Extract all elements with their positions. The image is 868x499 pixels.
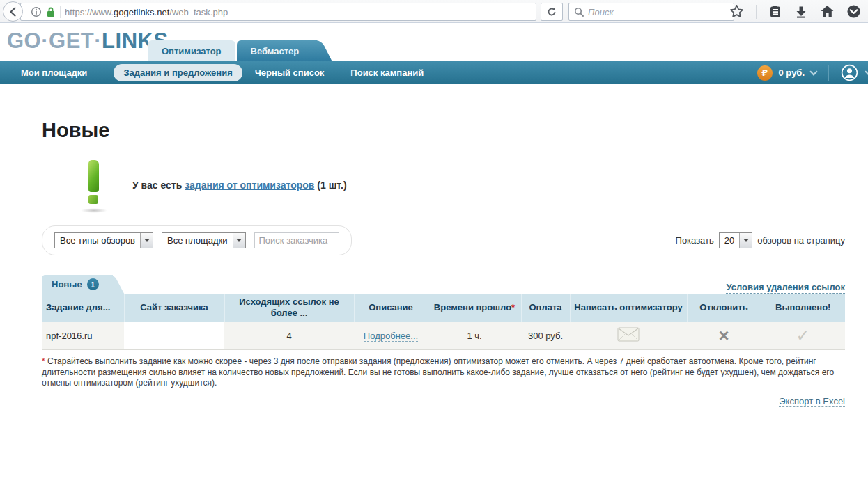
browser-toolbar: https://www.gogetlinks.net/web_task.php (0, 0, 868, 23)
nav-right: ₽ 0 руб. (757, 61, 868, 84)
col-time-passed: Времени прошло* (428, 294, 521, 322)
col-reject: Отклонить (687, 294, 761, 322)
browser-search[interactable] (568, 3, 734, 21)
nav-campaign-search[interactable]: Поиск кампаний (350, 68, 424, 78)
per-page-label-after: обзоров на страницу (757, 235, 845, 246)
https-lock-icon[interactable] (46, 6, 56, 17)
select-arrow-icon[interactable] (233, 233, 245, 248)
url-bar[interactable]: https://www.gogetlinks.net/web_task.php (20, 3, 536, 21)
col-max-links: Исходящих ссылок не более ... (224, 294, 354, 322)
bookmark-star-icon[interactable] (729, 4, 744, 19)
page-title: Новые (42, 119, 845, 142)
nav-tasks-offers[interactable]: Задания и предложения (114, 64, 242, 81)
col-task-for: Задание для... (42, 294, 124, 322)
export-excel-link[interactable]: Экспорт в Excel (779, 396, 845, 407)
footnote-asterisk-marker: * (511, 302, 515, 312)
tab-optimizer[interactable]: Оптимизатор (148, 40, 235, 61)
ruble-icon: ₽ (757, 65, 773, 81)
user-chevron-icon[interactable] (865, 68, 868, 75)
col-description: Описание (354, 294, 428, 322)
col-write-optimizer: Написать оптимизатору (570, 294, 687, 322)
per-page-select[interactable]: 20 (719, 232, 752, 248)
platform-select[interactable]: Все площадки (162, 232, 245, 248)
task-for-cell: npf-2016.ru (42, 322, 124, 350)
notice-suffix: (1 шт.) (314, 180, 346, 191)
customer-search-input[interactable] (254, 232, 339, 248)
pocket-icon[interactable] (846, 4, 861, 19)
filter-row: Все типы обзоров Все площадки Показать 2… (42, 225, 845, 255)
filters-container: Все типы обзоров Все площадки (42, 225, 352, 255)
nav-blacklist[interactable]: Черный список (255, 68, 325, 78)
table-header: Задание для... Сайт заказчика Исходящих … (42, 294, 845, 322)
link-removal-conditions-link[interactable]: Условия удаления ссылок (726, 282, 845, 294)
customer-site-cell (124, 322, 224, 350)
select-arrow-icon[interactable] (140, 233, 153, 248)
envelope-icon[interactable] (617, 327, 640, 344)
toolbar-separator (756, 5, 757, 19)
per-page-control: Показать 20 обзоров на страницу (676, 232, 845, 248)
downloads-icon[interactable] (794, 5, 808, 19)
user-account-icon[interactable] (841, 64, 858, 81)
browser-search-input[interactable] (588, 7, 729, 17)
url-text: https://www.gogetlinks.net/web_task.php (65, 7, 228, 17)
tasks-notice: У вас есть задания от оптимизаторов (1 ш… (85, 160, 845, 210)
page-info-icon[interactable] (31, 6, 42, 17)
url-separator (60, 6, 61, 18)
per-page-label-before: Показать (676, 235, 714, 246)
col-done: Выполнено! (761, 294, 845, 322)
toolbar-icons (729, 0, 861, 23)
reject-cell: × (687, 322, 761, 350)
new-count-badge: 1 (87, 278, 99, 290)
back-arrow-icon (8, 6, 19, 17)
home-icon[interactable] (820, 4, 835, 19)
payment-cell: 300 руб. (521, 322, 570, 350)
select-arrow-icon[interactable] (739, 233, 752, 248)
reload-icon (546, 6, 557, 17)
footnote: * Старайтесь выполнить задание как можно… (42, 356, 845, 389)
reload-button[interactable] (541, 3, 563, 21)
review-type-value: Все типы обзоров (55, 235, 140, 246)
search-icon (574, 7, 584, 17)
table-header-row: Новые 1 Условия удаления ссылок (42, 275, 845, 294)
write-optimizer-cell (570, 322, 687, 350)
balance-chevron-icon[interactable] (809, 68, 817, 75)
nav-my-sites[interactable]: Мои площадки (21, 68, 87, 78)
tab-new-label: Новые (52, 279, 82, 290)
footnote-text: Старайтесь выполнить задание как можно с… (42, 356, 834, 388)
logo-left: GO·GET· (7, 29, 102, 53)
gogetlinks-logo[interactable]: GO·GET·LINKS (7, 29, 169, 54)
main-nav: Мои площадки Задания и предложения Черны… (0, 61, 868, 84)
back-button[interactable] (3, 1, 23, 22)
col-customer-site: Сайт заказчика (124, 294, 224, 322)
bookmarks-menu-icon[interactable] (768, 5, 782, 19)
tasks-table: Задание для... Сайт заказчика Исходящих … (42, 294, 845, 350)
details-link[interactable]: Подробнее... (364, 331, 418, 342)
description-cell: Подробнее... (354, 322, 428, 350)
per-page-value: 20 (720, 235, 739, 246)
col-time-passed-label: Времени прошло (434, 302, 511, 312)
nav-divider (828, 65, 829, 81)
notice-text: У вас есть задания от оптимизаторов (1 ш… (132, 180, 347, 191)
table-row: npf-2016.ru 4 Подробнее... 1 ч. 300 руб. (42, 322, 845, 350)
max-links-cell: 4 (224, 322, 354, 350)
footnote-asterisk: * (42, 356, 47, 366)
site-header: GO·GET·LINKS Оптимизатор Вебмастер (0, 23, 868, 61)
balance-amount[interactable]: 0 руб. (779, 68, 805, 78)
done-cell: ✓ (761, 322, 845, 350)
tab-new-tasks[interactable]: Новые 1 (42, 275, 113, 294)
notice-prefix: У вас есть (132, 180, 185, 191)
page-content: Новые У вас есть задания от оптимизаторо… (0, 119, 868, 407)
review-type-select[interactable]: Все типы обзоров (54, 232, 153, 248)
tab-webmaster[interactable]: Вебмастер (237, 40, 318, 61)
exclamation-icon (85, 160, 103, 210)
done-check-icon[interactable]: ✓ (796, 326, 809, 344)
role-tabs: Оптимизатор Вебмастер (148, 40, 317, 61)
export-row: Экспорт в Excel (42, 395, 845, 407)
task-site-link[interactable]: npf-2016.ru (46, 331, 93, 341)
optimizer-tasks-link[interactable]: задания от оптимизаторов (185, 180, 314, 191)
tab-webmaster-label: Вебмастер (251, 46, 300, 56)
col-payment: Оплата (521, 294, 570, 322)
platform-value: Все площадки (162, 235, 232, 246)
time-passed-cell: 1 ч. (428, 322, 521, 350)
reject-x-icon[interactable]: × (718, 325, 729, 346)
